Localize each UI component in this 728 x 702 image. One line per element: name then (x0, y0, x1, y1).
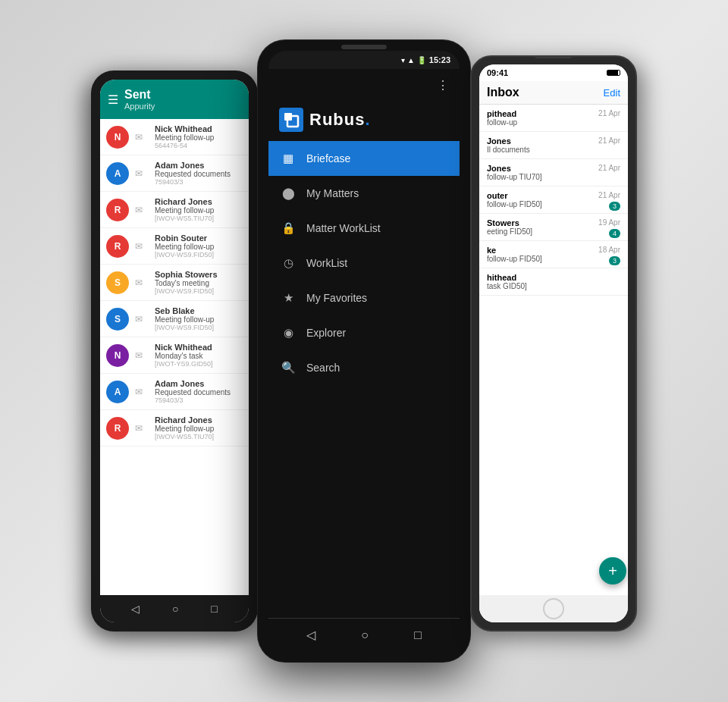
email-item[interactable]: S ✉ Seb Blake Meeting follow-up [IWOV-WS… (100, 301, 249, 337)
menu-label-briefcase: Briefcase (306, 152, 350, 165)
iphone-badge: 3 (609, 256, 620, 265)
menu-icon-worklist: ◷ (281, 256, 296, 270)
iphone-edit-button[interactable]: Edit (604, 87, 620, 99)
email-ref: [IWOT-YS9.GID50] (155, 360, 243, 368)
iphone-badge: 3 (609, 202, 620, 211)
email-item[interactable]: R ✉ Richard Jones Meeting follow-up [IWO… (100, 192, 249, 228)
menu-label-explorer: Explorer (306, 327, 346, 339)
iphone-time: 09:41 (487, 68, 508, 77)
email-item[interactable]: N ✉ Nick Whithead Meeting follow-up 5644… (100, 119, 249, 155)
left-header: ☰ Sent Appurity (100, 80, 249, 119)
center-screen: ▾ ▲ 🔋 15:23 ⋮ Rubus. (268, 51, 460, 651)
email-ref: 564476-54 (155, 142, 243, 149)
rubus-logo-icon (279, 108, 303, 132)
center-recents-button[interactable]: □ (414, 628, 422, 642)
email-icon: ✉ (135, 314, 149, 324)
email-item[interactable]: S ✉ Sophia Stowers Today's meeting [IWOV… (100, 265, 249, 301)
iphone-subject: Il documents (487, 146, 620, 154)
battery-icon: 🔋 (417, 56, 426, 64)
more-options-icon[interactable]: ⋮ (437, 78, 449, 92)
email-content: Adam Jones Requested documents 759403/3 (155, 379, 243, 404)
email-item[interactable]: A ✉ Adam Jones Requested documents 75940… (100, 374, 249, 410)
iphone-subject: eeting FID50] (487, 227, 620, 236)
menu-item-worklist[interactable]: ◷ WorkList (268, 246, 460, 280)
email-ref: 759403/3 (155, 396, 243, 404)
iphone-email-item[interactable]: ke follow-up FID50] 18 Apr 3 (479, 241, 628, 268)
center-home-button[interactable]: ○ (361, 628, 369, 642)
menu-item-briefcase[interactable]: ▦ Briefcase (268, 141, 460, 176)
iphone-subject: task GID50] (487, 282, 620, 290)
email-content: Richard Jones Meeting follow-up [IWOV-WS… (155, 197, 243, 222)
iphone-screen: 09:41 Inbox Edit pithead follow-up 21 Ap… (479, 64, 628, 622)
menu-label-worklist: WorkList (306, 257, 347, 269)
email-icon: ✉ (135, 387, 149, 397)
recents-nav-button[interactable]: □ (211, 603, 217, 615)
email-subject: Meeting follow-up (155, 206, 243, 215)
email-ref: [IWOV-WS9.FID50] (155, 251, 243, 259)
menu-item-my-favorites[interactable]: ★ My Favorites (268, 280, 460, 315)
left-header-subtitle: Appurity (124, 102, 155, 111)
iphone-fab-button[interactable]: + (599, 557, 626, 584)
email-subject: Meeting follow-up (155, 243, 243, 251)
email-content: Nick Whithead Monday's task [IWOT-YS9.GI… (155, 343, 243, 368)
iphone-date: 21 Apr (598, 191, 620, 199)
iphone-email-item[interactable]: Jones follow-up TIU70] 21 Apr (479, 159, 628, 186)
email-item[interactable]: N ✉ Nick Whithead Monday's task [IWOT-YS… (100, 337, 249, 374)
email-sender: Robin Souter (155, 233, 243, 243)
email-ref: [IWOV-WS5.TIU70] (155, 215, 243, 222)
email-content: Robin Souter Meeting follow-up [IWOV-WS9… (155, 233, 243, 259)
menu-label-search: Search (306, 362, 340, 374)
signal-icon: ▲ (407, 56, 415, 64)
center-header: ⋮ (268, 69, 460, 102)
email-ref: [IWOV-WS9.FID50] (155, 287, 243, 295)
iphone-battery (607, 70, 620, 76)
wifi-icon: ▾ (401, 56, 405, 64)
avatar: N (106, 126, 129, 149)
iphone-home-area (479, 595, 628, 622)
iphone-home-button[interactable] (543, 598, 564, 619)
email-ref: 759403/3 (155, 178, 243, 186)
email-list: N ✉ Nick Whithead Meeting follow-up 5644… (100, 119, 249, 595)
email-icon: ✉ (135, 205, 149, 215)
email-sender: Nick Whithead (155, 124, 243, 133)
status-icons: ▾ ▲ 🔋 (401, 56, 426, 64)
center-status-bar: ▾ ▲ 🔋 15:23 (268, 51, 460, 69)
email-ref: [IWOV-WS5.TIU70] (155, 433, 243, 440)
menu-item-my-matters[interactable]: ⬤ My Matters (268, 176, 460, 211)
battery-fill (607, 71, 618, 75)
menu-label-my-favorites: My Favorites (306, 292, 367, 304)
email-item[interactable]: R ✉ Robin Souter Meeting follow-up [IWOV… (100, 228, 249, 265)
iphone-date: 21 Apr (598, 109, 620, 118)
hamburger-icon[interactable]: ☰ (108, 92, 118, 107)
email-item[interactable]: R ✉ Richard Jones Meeting follow-up [IWO… (100, 410, 249, 447)
email-icon: ✉ (135, 132, 149, 143)
iphone-email-item[interactable]: hithead task GID50] (479, 268, 628, 296)
menu-item-matter-worklist[interactable]: 🔒 Matter WorkList (268, 211, 460, 246)
phone-left: ☰ Sent Appurity N ✉ Nick Whithead Meetin… (91, 71, 258, 631)
menu-icon-explorer: ◉ (281, 326, 296, 340)
battery-bar (607, 70, 620, 76)
left-header-title: Sent (124, 88, 155, 102)
menu-icon-matter-worklist: 🔒 (281, 221, 296, 235)
email-icon: ✉ (135, 350, 149, 361)
email-content: Adam Jones Requested documents 759403/3 (155, 161, 243, 186)
drawer-menu: ▦ Briefcase ⬤ My Matters 🔒 Matter WorkLi… (268, 141, 460, 618)
menu-item-search[interactable]: 🔍 Search (268, 350, 460, 385)
menu-item-explorer[interactable]: ◉ Explorer (268, 315, 460, 350)
email-sender: Adam Jones (155, 379, 243, 388)
email-sender: Nick Whithead (155, 343, 243, 352)
iphone-email-item[interactable]: Stowers eeting FID50] 19 Apr 4 (479, 214, 628, 241)
iphone-email-item[interactable]: Jones Il documents 21 Apr (479, 132, 628, 159)
avatar: R (106, 417, 129, 440)
home-nav-button[interactable]: ○ (172, 603, 178, 615)
left-screen: ☰ Sent Appurity N ✉ Nick Whithead Meetin… (100, 80, 249, 622)
menu-label-my-matters: My Matters (306, 187, 359, 199)
logo-area: Rubus. (268, 102, 460, 141)
center-back-button[interactable]: ◁ (306, 628, 315, 642)
iphone-email-item[interactable]: pithead follow-up 21 Apr (479, 105, 628, 132)
iphone-email-item[interactable]: outer follow-up FID50] 21 Apr 3 (479, 186, 628, 214)
email-content: Seb Blake Meeting follow-up [IWOV-WS9.FI… (155, 306, 243, 331)
back-nav-button[interactable]: ◁ (131, 603, 140, 615)
email-subject: Meeting follow-up (155, 425, 243, 433)
email-item[interactable]: A ✉ Adam Jones Requested documents 75940… (100, 155, 249, 192)
